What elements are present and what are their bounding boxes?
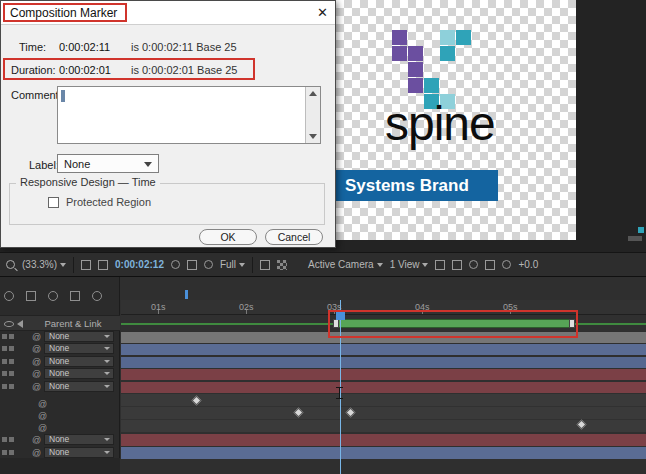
pixel-aspect-icon[interactable]	[435, 260, 445, 270]
pickwhip-icon[interactable]: @	[32, 448, 41, 458]
hide-shy-layers-icon[interactable]	[48, 291, 58, 301]
chevron-down-icon	[104, 372, 110, 375]
view-layout-value: 1 View	[390, 259, 420, 270]
pickwhip-icon[interactable]: @	[32, 344, 41, 354]
chevron-down-icon	[60, 263, 66, 267]
duration-value[interactable]: 0:00:02:01	[59, 64, 111, 76]
video-switch-icon[interactable]	[2, 384, 7, 389]
parent-dropdown[interactable]: None	[44, 447, 114, 458]
flowchart-icon[interactable]	[485, 260, 495, 270]
scroll-down-icon[interactable]	[309, 134, 317, 139]
video-switch-icon[interactable]	[2, 437, 7, 442]
layer-bar[interactable]	[121, 447, 646, 459]
parent-dropdown[interactable]: None	[44, 343, 114, 354]
logo-pixel	[408, 62, 423, 77]
layer-bar[interactable]	[121, 357, 646, 368]
mask-visibility-icon[interactable]	[98, 260, 108, 270]
parent-dropdown[interactable]: None	[44, 381, 114, 392]
fast-previews-icon[interactable]	[452, 260, 462, 270]
pickwhip-icon[interactable]: @	[38, 411, 47, 421]
show-channel-icon[interactable]	[204, 260, 213, 269]
ok-button[interactable]: OK	[199, 229, 257, 245]
grid-guides-icon[interactable]	[81, 260, 91, 270]
video-switch-icon[interactable]	[2, 450, 7, 455]
reset-exposure-icon[interactable]	[502, 260, 511, 269]
responsive-design-title: Responsive Design — Time	[16, 176, 160, 188]
layer-bar[interactable]	[121, 369, 646, 380]
audio-switch-icon[interactable]	[9, 437, 14, 442]
zoom-level-dropdown[interactable]: (33.3%)	[22, 259, 66, 270]
audio-switch-icon[interactable]	[9, 450, 14, 455]
magnification-icon[interactable]	[6, 260, 15, 269]
viewer-toolbar: (33.3%) 0:00:02:12 Full Active Camera 1 …	[0, 252, 646, 277]
protected-region-checkbox[interactable]	[48, 197, 59, 208]
video-switch-icon[interactable]	[2, 359, 7, 364]
layer-controls-row: @ None	[0, 356, 120, 368]
timeline-button-icon[interactable]	[469, 260, 478, 269]
camera-view-dropdown[interactable]: Active Camera	[308, 259, 383, 270]
layer-controls-row: @ None	[0, 343, 120, 355]
region-of-interest-icon[interactable]	[260, 260, 270, 270]
video-switch-icon[interactable]	[2, 346, 7, 351]
current-time-display[interactable]: 0:00:02:12	[115, 259, 164, 270]
audio-switch-icon[interactable]	[9, 384, 14, 389]
comment-textarea[interactable]	[57, 86, 321, 144]
pickwhip-icon[interactable]: @	[32, 332, 41, 342]
viewer-scrollbar[interactable]	[628, 236, 642, 241]
audio-switch-icon[interactable]	[9, 346, 14, 351]
view-layout-dropdown[interactable]: 1 View	[390, 259, 429, 270]
motion-blur-icon[interactable]	[92, 291, 102, 301]
parent-dropdown[interactable]: None	[44, 434, 114, 445]
timeline-toggle-icons	[4, 291, 102, 301]
parent-dropdown-value: None	[49, 368, 69, 378]
time-value[interactable]: 0:00:02:11	[59, 41, 110, 53]
chevron-down-icon	[377, 263, 383, 267]
audio-switch-icon[interactable]	[9, 371, 14, 376]
parent-link-header: Parent & Link	[28, 318, 118, 329]
audio-switch-icon[interactable]	[9, 359, 14, 364]
work-area-marker[interactable]	[185, 290, 188, 299]
pickwhip-icon[interactable]: @	[32, 435, 41, 445]
exposure-value[interactable]: +0.0	[518, 259, 538, 270]
property-row: @	[0, 422, 120, 434]
video-switch-icon[interactable]	[2, 371, 7, 376]
camera-view-value: Active Camera	[308, 259, 374, 270]
resolution-dropdown[interactable]: Full	[220, 259, 245, 270]
scroll-up-icon[interactable]	[309, 91, 317, 96]
dialog-titlebar[interactable]: Composition Marker ✕	[1, 1, 335, 25]
comment-scrollbar[interactable]	[305, 87, 320, 143]
parent-dropdown[interactable]: None	[44, 356, 114, 367]
timeline-panel: Parent & Link @ None @ None	[0, 277, 646, 474]
chevron-down-icon	[104, 451, 110, 454]
audio-switch-icon[interactable]	[9, 334, 14, 339]
timeline-left-panel: Parent & Link @ None @ None	[0, 277, 120, 474]
pickwhip-icon[interactable]: @	[32, 369, 41, 379]
pickwhip-icon[interactable]: @	[32, 357, 41, 367]
parent-dropdown[interactable]: None	[44, 331, 114, 342]
layer-controls-row: @ None	[0, 331, 120, 343]
pickwhip-icon[interactable]: @	[38, 423, 47, 433]
logo-pixel	[408, 78, 423, 93]
snapshot-icon[interactable]	[171, 260, 180, 269]
show-snapshot-icon[interactable]	[187, 260, 197, 270]
chevron-down-icon	[144, 162, 152, 167]
cancel-button[interactable]: Cancel	[265, 229, 323, 245]
composition-mini-flowchart-icon[interactable]	[4, 291, 14, 301]
transparency-grid-icon[interactable]	[277, 260, 287, 270]
parent-dropdown[interactable]: None	[44, 368, 114, 379]
pickwhip-icon[interactable]: @	[32, 382, 41, 392]
close-icon[interactable]: ✕	[317, 5, 328, 20]
layer-bar[interactable]	[121, 344, 646, 355]
frame-blending-icon[interactable]	[70, 291, 80, 301]
video-switch-icon[interactable]	[2, 334, 7, 339]
layer-bar[interactable]	[121, 434, 646, 446]
logo-wordmark: spine	[385, 100, 495, 148]
zoom-level-value: (33.3%)	[22, 259, 57, 270]
time-label: Time:	[19, 41, 46, 53]
layer-bar[interactable]	[121, 382, 646, 393]
label-dropdown[interactable]: None	[57, 154, 159, 173]
text-cursor	[61, 90, 65, 102]
draft-3d-icon[interactable]	[26, 291, 36, 301]
pickwhip-icon[interactable]: @	[38, 399, 47, 409]
annotation-box-title	[3, 3, 127, 22]
